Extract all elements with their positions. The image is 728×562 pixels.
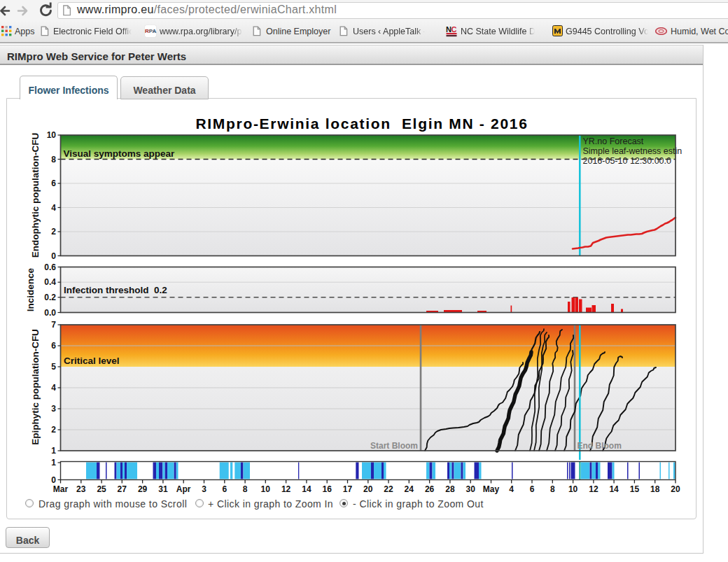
svg-text:7: 7 [51,320,56,330]
svg-text:YR.no Forecast: YR.no Forecast [583,136,644,146]
svg-text:27: 27 [118,484,127,494]
svg-text:31: 31 [158,484,168,494]
svg-text:16: 16 [323,484,332,494]
svg-text:Apr: Apr [176,484,191,494]
svg-text:20: 20 [671,484,680,494]
svg-text:6: 6 [51,341,56,351]
svg-text:Start Bloom: Start Bloom [370,441,418,451]
svg-text:17: 17 [343,484,353,494]
svg-text:0: 0 [51,475,56,485]
svg-text:23: 23 [76,484,86,494]
svg-text:3: 3 [51,404,56,414]
svg-text:Infection threshold 0.2: Infection threshold 0.2 [64,285,167,295]
svg-text:Mar: Mar [53,484,69,494]
svg-text:1: 1 [51,458,56,468]
svg-text:26: 26 [425,484,435,494]
svg-text:Simple leaf-wetness estin: Simple leaf-wetness estin [583,146,682,156]
svg-text:0: 0 [51,251,56,261]
svg-text:2016-05-10 12:30:00.0: 2016-05-10 12:30:00.0 [583,156,672,166]
svg-text:29: 29 [138,484,148,494]
svg-text:0.0: 0.0 [44,308,56,318]
svg-text:Epiphytic population-CFU: Epiphytic population-CFU [30,329,41,445]
svg-text:6: 6 [51,178,56,188]
svg-text:18: 18 [650,484,660,494]
svg-text:1: 1 [51,446,56,456]
svg-text:25: 25 [97,484,106,494]
svg-text:30: 30 [466,484,476,494]
svg-text:3: 3 [202,484,206,494]
svg-text:0.2: 0.2 [44,293,56,302]
svg-text:2: 2 [51,227,56,237]
svg-text:10: 10 [261,484,271,494]
svg-text:14: 14 [609,484,619,494]
svg-text:8: 8 [51,155,56,164]
svg-text:14: 14 [302,484,312,494]
svg-text:12: 12 [281,484,291,494]
svg-text:Visual symptoms appear: Visual symptoms appear [64,148,176,159]
svg-text:10: 10 [47,130,57,140]
svg-text:0.6: 0.6 [44,262,56,272]
svg-text:5: 5 [51,362,56,372]
svg-text:10: 10 [568,484,578,494]
svg-text:22: 22 [384,484,393,494]
svg-text:Endophytic population-CFU: Endophytic population-CFU [30,133,41,258]
svg-text:Incidence: Incidence [25,267,36,311]
svg-text:8: 8 [243,484,248,494]
svg-text:24: 24 [405,484,414,494]
svg-text:C: C [451,26,457,34]
svg-text:15: 15 [630,484,640,494]
svg-text:28: 28 [445,484,455,494]
svg-text:End Bloom: End Bloom [578,441,622,451]
svg-text:4: 4 [51,203,56,213]
svg-text:6: 6 [530,484,535,494]
svg-text:4: 4 [509,484,514,494]
svg-text:0.4: 0.4 [44,277,56,287]
svg-text:RIMpro-Erwinia location Elgin: RIMpro-Erwinia location Elgin MN - 2016 [195,115,528,132]
svg-text:8: 8 [550,484,555,494]
svg-text:20: 20 [363,484,373,494]
svg-text:2: 2 [51,425,56,435]
svg-text:6: 6 [222,484,227,494]
svg-text:Critical level: Critical level [64,356,120,366]
svg-text:4: 4 [51,383,56,393]
svg-text:May: May [483,484,500,494]
svg-text:12: 12 [589,484,598,494]
